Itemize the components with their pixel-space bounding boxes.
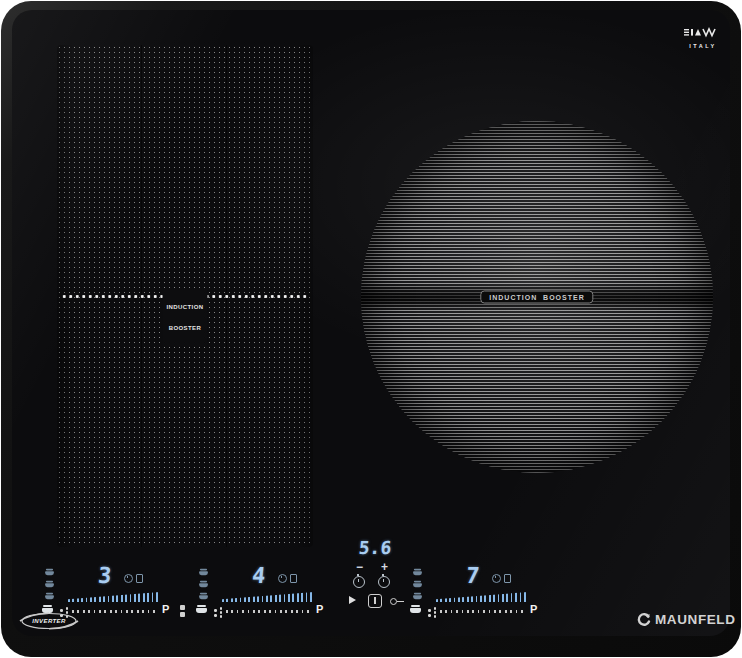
- zone3-power-level-indicator: [436, 592, 528, 602]
- timer-clock-icon: [492, 574, 501, 583]
- italy-label: ITALY: [678, 43, 728, 49]
- induction-booster-label: INDUCTION BOOSTER: [163, 290, 208, 346]
- child-lock-key-icon[interactable]: [390, 597, 405, 605]
- timer-clock-icon: [124, 574, 133, 583]
- maunfeld-logo: MAUNFELD: [636, 612, 736, 627]
- pot-large-icon[interactable]: [413, 593, 422, 599]
- hob-frame: ITALY INDUCTION BOOSTER INDUCTION BOOSTE…: [1, 1, 741, 657]
- timer-clock-icon: [278, 574, 287, 583]
- timer-up-icon[interactable]: [378, 576, 390, 588]
- zone1-controls: 3 P: [38, 558, 190, 618]
- pot-medium-icon[interactable]: [45, 581, 54, 587]
- zone-select-dots-icon[interactable]: [214, 607, 223, 617]
- zone2-controls: 4 P: [192, 558, 344, 618]
- zone1-pot-size-selector[interactable]: [44, 568, 55, 600]
- keep-warm-icon: [136, 574, 143, 583]
- zone-select-dots-icon[interactable]: [428, 607, 437, 617]
- zone1-boost-button[interactable]: P: [162, 603, 169, 615]
- zone1-status-icons: [124, 574, 143, 583]
- power-on-off-icon[interactable]: [368, 594, 382, 608]
- zone1-level-display: 3: [97, 564, 112, 588]
- zone3-pot-size-selector[interactable]: [412, 568, 423, 600]
- zone3-status-icons: [492, 574, 511, 583]
- zone1-power-level-indicator: [68, 592, 160, 602]
- induction-booster-label: INDUCTION BOOSTER: [480, 291, 593, 304]
- zone3-controls: 7 P: [406, 558, 558, 618]
- inverter-label: INVERTER: [32, 618, 66, 624]
- pot-large-icon[interactable]: [45, 593, 54, 599]
- inverter-badge: INVERTER: [18, 610, 80, 632]
- pot-medium-icon[interactable]: [413, 581, 422, 587]
- italy-maker-mark-icon: [684, 27, 722, 38]
- maunfeld-wordmark: MAUNFELD: [655, 612, 736, 627]
- zone2-power-level-indicator: [222, 592, 314, 602]
- timer-display: 5.6: [345, 538, 405, 558]
- zone2-pot-size-selector[interactable]: [198, 568, 209, 600]
- zone1-power-slider[interactable]: [72, 610, 158, 613]
- keep-warm-icon: [290, 574, 297, 583]
- pot-small-icon[interactable]: [199, 569, 208, 575]
- zone3-level-display: 7: [465, 564, 480, 588]
- zone3-boost-button[interactable]: P: [530, 603, 537, 615]
- zone3-power-slider[interactable]: [440, 610, 526, 613]
- glass-surface: ITALY INDUCTION BOOSTER INDUCTION BOOSTE…: [12, 10, 730, 636]
- timer-minus-button[interactable]: −: [356, 562, 363, 572]
- maunfeld-swirl-icon: [636, 612, 651, 627]
- zone2-status-icons: [278, 574, 297, 583]
- round-cooking-zone: INDUCTION BOOSTER: [361, 121, 713, 473]
- pot-medium-icon[interactable]: [199, 581, 208, 587]
- bridge-zones-icon[interactable]: [180, 605, 185, 617]
- keep-warm-icon: [504, 574, 511, 583]
- pause-resume-icon[interactable]: [349, 596, 356, 604]
- timer-plus-button[interactable]: +: [381, 562, 388, 572]
- made-in-italy-logo: ITALY: [678, 24, 728, 49]
- zone2-level-display: 4: [251, 564, 266, 588]
- zone2-boost-button[interactable]: P: [316, 603, 323, 615]
- zone3-touch-row: P: [406, 606, 558, 618]
- pot-small-icon[interactable]: [413, 569, 422, 575]
- flex-cooking-zone: INDUCTION BOOSTER: [57, 45, 313, 547]
- pot-small-icon[interactable]: [45, 569, 54, 575]
- zone2-touch-row: P: [192, 606, 344, 618]
- pot-large-icon[interactable]: [199, 593, 208, 599]
- pot-icon[interactable]: [410, 605, 421, 613]
- pot-icon[interactable]: [196, 605, 207, 613]
- product-photo-induction-hob: ITALY INDUCTION BOOSTER INDUCTION BOOSTE…: [0, 0, 742, 658]
- timer-down-icon[interactable]: [353, 576, 365, 588]
- zone2-power-slider[interactable]: [226, 610, 312, 613]
